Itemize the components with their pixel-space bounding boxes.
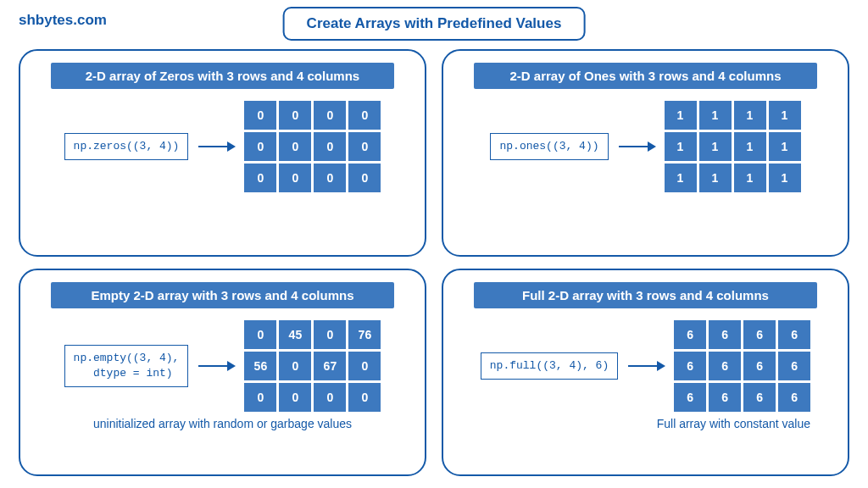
code-empty: np.empty((3, 4), dtype = int) <box>64 345 189 386</box>
panel-full-body: np.full((3, 4), 6) 666666666666 <box>459 320 832 412</box>
matrix-cell: 6 <box>674 352 706 380</box>
matrix-cell: 1 <box>769 132 801 161</box>
panel-ones-title: 2-D array of Ones with 3 rows and 4 colu… <box>474 63 818 89</box>
matrix-cell: 1 <box>665 101 697 130</box>
matrix-cell: 1 <box>769 101 801 130</box>
matrix-cell: 1 <box>699 101 732 130</box>
matrix-cell: 67 <box>314 352 346 380</box>
matrix-cell: 45 <box>279 320 311 349</box>
page-title: Create Arrays with Predefined Values <box>283 7 586 41</box>
matrix-cell: 0 <box>314 320 346 349</box>
arrow-icon <box>628 365 664 367</box>
matrix-cell: 0 <box>314 132 346 161</box>
matrix-cell: 6 <box>778 352 810 380</box>
code-full: np.full((3, 4), 6) <box>481 352 618 380</box>
matrix-cell: 1 <box>734 164 766 192</box>
matrix-cell: 0 <box>348 101 381 130</box>
matrix-cell: 6 <box>709 352 741 380</box>
matrix-empty: 0450765606700000 <box>244 320 381 412</box>
caption-full: Full array with constant value <box>657 417 810 432</box>
matrix-cell: 1 <box>734 101 766 130</box>
code-ones: np.ones((3, 4)) <box>490 133 608 160</box>
matrix-cell: 0 <box>348 352 381 380</box>
matrix-cell: 6 <box>743 352 776 380</box>
panel-full: Full 2-D array with 3 rows and 4 columns… <box>442 269 849 476</box>
matrix-cell: 0 <box>314 164 346 192</box>
caption-empty: uninitialized array with random or garba… <box>93 417 352 432</box>
panel-empty-title: Empty 2-D array with 3 rows and 4 column… <box>51 282 395 308</box>
panel-full-title: Full 2-D array with 3 rows and 4 columns <box>474 282 818 308</box>
matrix-cell: 1 <box>769 164 801 192</box>
matrix-cell: 0 <box>348 164 381 192</box>
matrix-cell: 6 <box>743 320 776 349</box>
matrix-cell: 6 <box>709 383 741 412</box>
panel-ones: 2-D array of Ones with 3 rows and 4 colu… <box>442 49 849 257</box>
matrix-cell: 0 <box>279 383 311 412</box>
matrix-cell: 0 <box>279 352 311 380</box>
matrix-cell: 1 <box>699 164 732 192</box>
matrix-cell: 0 <box>279 164 311 192</box>
panel-zeros: 2-D array of Zeros with 3 rows and 4 col… <box>19 49 426 257</box>
arrow-icon <box>198 146 234 147</box>
code-zeros: np.zeros((3, 4)) <box>64 133 189 160</box>
matrix-cell: 56 <box>244 352 276 380</box>
matrix-cell: 0 <box>348 383 381 412</box>
matrix-full: 666666666666 <box>674 320 810 412</box>
matrix-cell: 0 <box>279 132 311 161</box>
matrix-cell: 6 <box>674 383 706 412</box>
panel-grid: 2-D array of Zeros with 3 rows and 4 col… <box>19 49 849 476</box>
matrix-cell: 0 <box>244 132 276 161</box>
panel-empty: Empty 2-D array with 3 rows and 4 column… <box>19 269 426 476</box>
matrix-ones: 111111111111 <box>665 101 801 192</box>
panel-zeros-body: np.zeros((3, 4)) 000000000000 <box>36 101 409 192</box>
matrix-cell: 6 <box>778 320 810 349</box>
matrix-cell: 76 <box>348 320 381 349</box>
matrix-cell: 0 <box>348 132 381 161</box>
matrix-cell: 1 <box>699 132 732 161</box>
matrix-cell: 0 <box>244 383 276 412</box>
matrix-cell: 1 <box>665 132 697 161</box>
matrix-cell: 0 <box>314 383 346 412</box>
matrix-cell: 0 <box>279 101 311 130</box>
matrix-cell: 1 <box>734 132 766 161</box>
panel-zeros-title: 2-D array of Zeros with 3 rows and 4 col… <box>51 63 395 89</box>
panel-empty-body: np.empty((3, 4), dtype = int) 0450765606… <box>36 320 409 412</box>
matrix-cell: 0 <box>244 320 276 349</box>
matrix-cell: 0 <box>314 101 346 130</box>
panel-ones-body: np.ones((3, 4)) 111111111111 <box>459 101 832 192</box>
arrow-icon <box>619 146 654 147</box>
site-logo: shbytes.com <box>19 12 107 29</box>
matrix-zeros: 000000000000 <box>244 101 381 192</box>
matrix-cell: 6 <box>778 383 810 412</box>
matrix-cell: 0 <box>244 101 276 130</box>
matrix-cell: 0 <box>244 164 276 192</box>
arrow-icon <box>198 365 234 367</box>
matrix-cell: 6 <box>674 320 706 349</box>
matrix-cell: 6 <box>709 320 741 349</box>
matrix-cell: 1 <box>665 164 697 192</box>
matrix-cell: 6 <box>743 383 776 412</box>
